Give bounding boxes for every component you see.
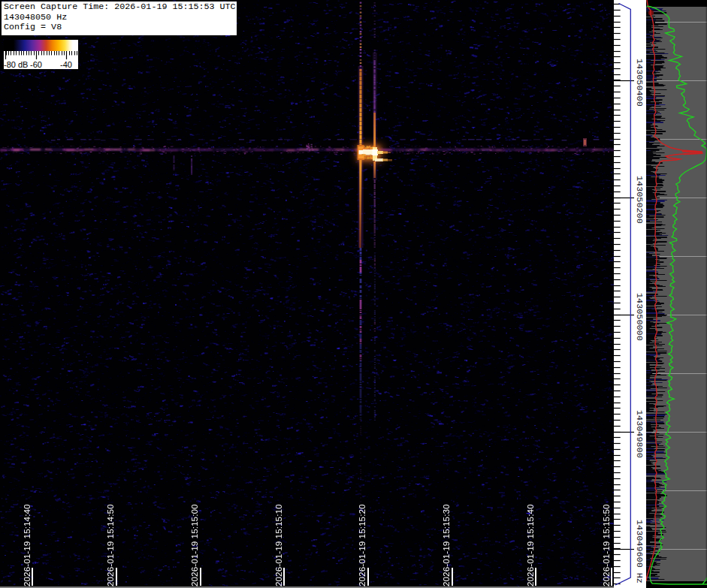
svg-text:-40: -40 xyxy=(60,60,72,69)
svg-text:-80 dB: -80 dB xyxy=(4,60,28,69)
svg-text:-60: -60 xyxy=(30,60,42,69)
